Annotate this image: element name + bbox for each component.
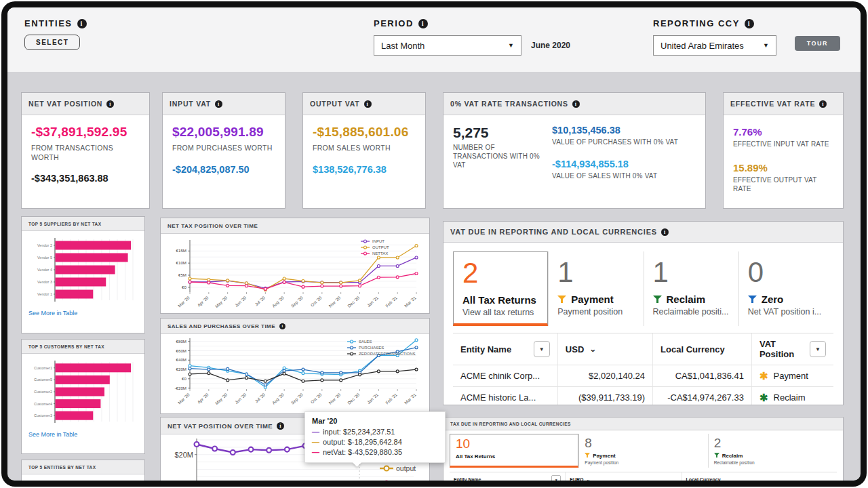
- svg-text:Customer3: Customer3: [34, 413, 52, 418]
- table-row[interactable]: ACME historic La... ($39,911,733.19) -CA…: [453, 387, 833, 405]
- zero-vat-purchases-caption: VALUE OF PURCHASES WITH 0% VAT: [552, 138, 678, 146]
- input-vat-card: INPUT VAT $22,005,991.89 FROM PURCHASES …: [162, 92, 285, 209]
- svg-text:Aug '20: Aug '20: [271, 392, 285, 405]
- position-asterisk-icon: ✱: [760, 392, 768, 403]
- table-header-row: Entity Name USD Local Currency VAT Posit…: [453, 333, 833, 365]
- svg-text:€60M: €60M: [176, 348, 186, 353]
- column-entity-name: Entity Name: [460, 344, 511, 354]
- info-icon[interactable]: [215, 100, 222, 108]
- tab-label: Zero: [762, 293, 784, 305]
- see-more-link[interactable]: See More in Table: [28, 431, 77, 438]
- usd-cell: $2,020,140.24: [558, 365, 653, 386]
- see-more-link[interactable]: See More in Table: [28, 310, 77, 317]
- info-icon[interactable]: [106, 100, 114, 108]
- svg-text:May '20: May '20: [214, 295, 229, 308]
- info-icon[interactable]: [819, 100, 827, 108]
- vat-dashboard-page: ENTITIES SELECT PERIOD Last Month June 2…: [7, 7, 861, 481]
- tab-all-tax-returns[interactable]: 10 All Tax Returns: [450, 434, 578, 468]
- info-icon[interactable]: [745, 19, 754, 28]
- svg-text:Vendor 4: Vendor 4: [37, 268, 52, 272]
- top5-suppliers-chart[interactable]: Vendor 2Vendor 5Vendor 4Vendor 3Vendor 1: [28, 234, 138, 306]
- tour-button[interactable]: TOUR: [795, 36, 840, 51]
- vat-due-card: VAT DUE IN REPORTING AND LOCAL CURRENCIE…: [443, 221, 844, 405]
- tax-due-mini-table: Entity Name EURO Local Currency: [450, 472, 837, 481]
- entity-name-cell: ACME historic La...: [453, 387, 558, 405]
- info-icon[interactable]: [279, 323, 285, 329]
- net-vat-position-value: -$37,891,592.95: [31, 125, 140, 140]
- filter-funnel-icon: [653, 296, 662, 304]
- svg-text:Vendor 1: Vendor 1: [37, 292, 52, 296]
- svg-text:Sep '20: Sep '20: [290, 392, 304, 405]
- tab-count: 1: [653, 258, 730, 287]
- svg-text:SALES: SALES: [359, 340, 372, 344]
- period-group: PERIOD Last Month June 2020: [374, 18, 570, 56]
- tab-sublabel: Payment position: [585, 460, 702, 465]
- reporting-ccy-label: REPORTING CCY: [653, 18, 740, 28]
- info-icon[interactable]: [277, 422, 284, 430]
- svg-text:output: output: [396, 464, 416, 472]
- net-vat-position-caption: FROM TRANSACTIONS WORTH: [31, 144, 140, 162]
- svg-text:Jul '20: Jul '20: [254, 392, 266, 403]
- net-tax-position-over-time-card: NET TAX POSITION OVER TIME €15M€10M€5M€0…: [160, 218, 430, 314]
- tab-label: All Tax Returns: [456, 453, 495, 460]
- card-title: EFFECTIVE VAT RATE: [730, 100, 815, 108]
- filter-funnel-icon: [748, 296, 757, 304]
- usd-cell: ($39,911,733.19): [558, 387, 653, 405]
- filter-dropdown-button[interactable]: [534, 341, 550, 357]
- info-icon[interactable]: [77, 19, 87, 28]
- reporting-ccy-value: United Arab Emirates: [660, 41, 744, 51]
- svg-text:€15M: €15M: [176, 248, 186, 253]
- tab-reclaim[interactable]: 1 Reclaim Reclaimable positi...: [644, 251, 738, 326]
- svg-text:Vendor 3: Vendor 3: [37, 280, 52, 284]
- tab-payment[interactable]: 8 Payment Payment position: [578, 434, 707, 468]
- column-usd: USD: [566, 344, 584, 354]
- tab-label: Payment: [571, 293, 614, 305]
- period-dropdown[interactable]: Last Month: [374, 35, 521, 56]
- card-title: TOP 5 CUSTOMERS BY NET TAX: [28, 344, 104, 349]
- info-icon[interactable]: [418, 19, 428, 28]
- input-vat-value: $22,005,991.89: [172, 125, 275, 140]
- tax-due-mini-tabs: 10 All Tax Returns 8 Payment Payment pos…: [450, 434, 837, 468]
- tab-zero[interactable]: 0 Zero Net VAT position i...: [738, 251, 833, 326]
- tab-reclaim[interactable]: 2 Reclaim Reclaimable position: [708, 434, 837, 468]
- select-entities-button[interactable]: SELECT: [24, 35, 80, 50]
- entity-name-cell: ACME chinik Corp...: [453, 365, 558, 386]
- filter-funnel-icon: [557, 296, 566, 304]
- top-toolbar: ENTITIES SELECT PERIOD Last Month June 2…: [7, 7, 861, 72]
- tab-all-tax-returns[interactable]: 2 All Tax Returns View all tax returns: [453, 251, 548, 326]
- sales-purchases-chart[interactable]: €80M€60M€40M€20M€0-€20MMar '20Apr '20May…: [167, 337, 423, 414]
- filter-dropdown-button[interactable]: [810, 341, 826, 357]
- filter-dropdown-button[interactable]: [551, 475, 561, 481]
- svg-text:Jan '21: Jan '21: [366, 295, 380, 308]
- tab-sublabel: View all tax returns: [462, 308, 538, 317]
- svg-text:Apr '20: Apr '20: [196, 392, 210, 405]
- net-tax-position-chart[interactable]: €15M€10M€5M€0Mar '20Apr '20May '20Jun '2…: [167, 237, 423, 314]
- svg-text:INPUT: INPUT: [372, 239, 384, 243]
- svg-text:Jan '21: Jan '21: [366, 392, 380, 405]
- tab-count: 2: [714, 436, 831, 451]
- sales-worth-value: $138,526,776.38: [313, 164, 416, 175]
- zero-vat-rate-card: 0% VAT RATE TRANSACTIONS 5,275 NUMBER OF…: [443, 92, 706, 209]
- card-title: OUTPUT VAT: [310, 100, 360, 108]
- svg-text:Customer4: Customer4: [34, 402, 52, 406]
- period-date: June 2020: [531, 41, 570, 50]
- reporting-ccy-group: REPORTING CCY United Arab Emirates: [653, 18, 776, 56]
- reporting-ccy-dropdown[interactable]: United Arab Emirates: [653, 35, 776, 56]
- zero-vat-count-caption: NUMBER OF TRANSACTIONS WITH 0% VAT: [453, 143, 540, 169]
- svg-text:Vendor 2: Vendor 2: [37, 243, 52, 247]
- tab-payment[interactable]: 1 Payment Payment position: [548, 251, 643, 326]
- top5-customers-chart[interactable]: Customer1Customer5Customer2Customer4Cust…: [28, 357, 138, 427]
- info-icon[interactable]: [572, 100, 580, 108]
- sort-chevron-icon[interactable]: [587, 477, 591, 481]
- info-icon[interactable]: [661, 228, 669, 236]
- output-vat-value: -$15,885,601.06: [313, 125, 416, 140]
- tab-sublabel: Reclaimable positi...: [653, 307, 730, 317]
- entities-label: ENTITIES: [24, 18, 73, 28]
- sort-chevron-icon[interactable]: [589, 344, 596, 354]
- info-icon[interactable]: [364, 100, 372, 108]
- svg-text:Jul '20: Jul '20: [254, 295, 266, 306]
- table-row[interactable]: ACME chinik Corp... $2,020,140.24 CA$1,0…: [453, 365, 833, 387]
- effective-input-rate: 7.76%: [733, 126, 833, 138]
- svg-text:$0: $0: [185, 480, 193, 481]
- svg-text:€80M: €80M: [176, 339, 186, 344]
